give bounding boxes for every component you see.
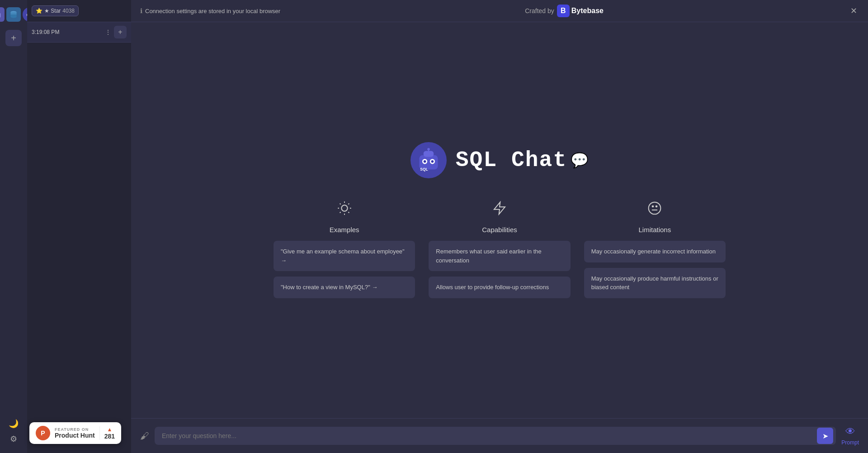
github-star-button[interactable]: ⭐ ★ Star 4038 (32, 5, 79, 16)
svg-rect-0 (0, 13, 0, 18)
limitations-title: Limitations (638, 226, 671, 234)
limitation-card-2: May occasionally produce harmful instruc… (584, 268, 726, 298)
product-hunt-logo: P (36, 426, 50, 440)
product-hunt-badge[interactable]: P FEATURED ON Product Hunt ▲ 281 (29, 422, 121, 444)
svg-line-21 (348, 212, 349, 213)
capabilities-column: Capabilities Remembers what user said ea… (429, 201, 570, 298)
ph-arrow-icon: ▲ (107, 426, 112, 433)
svg-line-24 (340, 212, 340, 213)
svg-point-27 (649, 202, 661, 215)
session-label: 3:19:08 PM (32, 29, 102, 35)
examples-title: Examples (330, 226, 359, 234)
capability-card-2: Allows user to provide follow-up correct… (429, 277, 570, 298)
chat-area: SQL SQL Chat 💬 (131, 22, 868, 418)
connection-notice: ℹ Connection settings are stored in your… (140, 7, 280, 14)
svg-line-25 (348, 204, 349, 205)
svg-point-15 (427, 148, 430, 151)
sidebar: OC + 🌙 ⚙ (0, 0, 27, 453)
add-tab-button[interactable]: + (114, 26, 127, 38)
sidebar-robot-icon[interactable] (0, 7, 5, 22)
svg-point-12 (424, 160, 426, 163)
ph-name: Product Hunt (55, 432, 95, 439)
chat-hero: SQL SQL Chat 💬 (410, 142, 589, 178)
svg-point-13 (431, 160, 434, 163)
star-label: ★ Star (44, 8, 61, 14)
product-hunt-text: FEATURED ON Product Hunt (55, 427, 95, 439)
chat-title-container: SQL Chat 💬 (456, 148, 589, 172)
capabilities-icon (492, 201, 507, 219)
limitations-icon (647, 201, 662, 219)
star-count: 4038 (62, 8, 75, 14)
chat-input[interactable] (155, 427, 817, 445)
info-icon: ℹ (140, 7, 142, 14)
brush-icon[interactable]: 🖌 (140, 431, 149, 441)
ph-number: 281 (104, 433, 115, 440)
theme-toggle-button[interactable]: 🌙 (9, 419, 19, 429)
ph-vote-count: ▲ 281 (99, 426, 115, 440)
svg-text:SQL: SQL (420, 167, 428, 172)
send-button[interactable]: ➤ (817, 428, 833, 444)
features-grid: Examples "Give me an example schema abou… (274, 201, 726, 298)
ph-logo-letter: P (41, 429, 45, 437)
example-card-2[interactable]: "How to create a view in MySQL?" → (274, 277, 415, 298)
chat-bubble-icon: 💬 (571, 152, 589, 169)
settings-button[interactable]: ⚙ (10, 434, 17, 444)
nav-header: ⭐ ★ Star 4038 (27, 0, 131, 22)
bytebase-brand-name: Bytebase (571, 7, 604, 15)
prompt-eye-icon: 👁 (845, 426, 855, 438)
top-bar: ℹ Connection settings are stored in your… (131, 0, 868, 22)
main-content: ℹ Connection settings are stored in your… (131, 0, 868, 453)
sidebar-db-icon[interactable] (6, 7, 21, 22)
capability-card-1: Remembers what user said earlier in the … (429, 241, 570, 271)
plus-icon: + (11, 33, 16, 43)
send-icon: ➤ (822, 432, 828, 440)
crafted-by-label: Crafted by B Bytebase (525, 5, 604, 17)
bytebase-logo[interactable]: B Bytebase (557, 5, 604, 17)
connection-notice-text: Connection settings are stored in your l… (145, 8, 280, 14)
sidebar-bottom: 🌙 ⚙ (9, 419, 19, 448)
bottom-bar: 🖌 ➤ 👁 Prompt (131, 418, 868, 453)
limitations-column: Limitations May occasionally generate in… (584, 201, 726, 298)
limitation-card-1: May occasionally generate incorrect info… (584, 241, 726, 262)
prompt-label: Prompt (841, 439, 859, 446)
star-icon: ⭐ (36, 8, 42, 14)
crafted-by-text: Crafted by (525, 7, 554, 14)
close-button[interactable]: ✕ (848, 5, 859, 16)
session-menu-button[interactable]: ⋮ (105, 29, 111, 36)
bytebase-b-icon: B (557, 5, 570, 17)
capabilities-title: Capabilities (482, 226, 517, 234)
ph-featured-label: FEATURED ON (55, 427, 95, 432)
svg-marker-26 (494, 202, 505, 215)
bot-avatar: SQL (410, 142, 447, 178)
example-card-1[interactable]: "Give me an example schema about employe… (274, 241, 415, 271)
svg-point-29 (652, 206, 654, 207)
svg-line-20 (340, 204, 340, 205)
svg-point-17 (341, 205, 347, 211)
prompt-button[interactable]: 👁 Prompt (841, 426, 859, 446)
sidebar-add-button[interactable]: + (5, 30, 22, 46)
chat-title: SQL Chat (456, 148, 567, 172)
nav-panel: ⭐ ★ Star 4038 3:19:08 PM ⋮ + (27, 0, 131, 453)
svg-point-30 (656, 206, 657, 207)
examples-icon (337, 201, 352, 219)
svg-rect-9 (424, 151, 434, 157)
examples-column: Examples "Give me an example schema abou… (274, 201, 415, 298)
chat-input-container: ➤ (155, 427, 836, 445)
session-tab[interactable]: 3:19:08 PM ⋮ + (27, 22, 131, 43)
